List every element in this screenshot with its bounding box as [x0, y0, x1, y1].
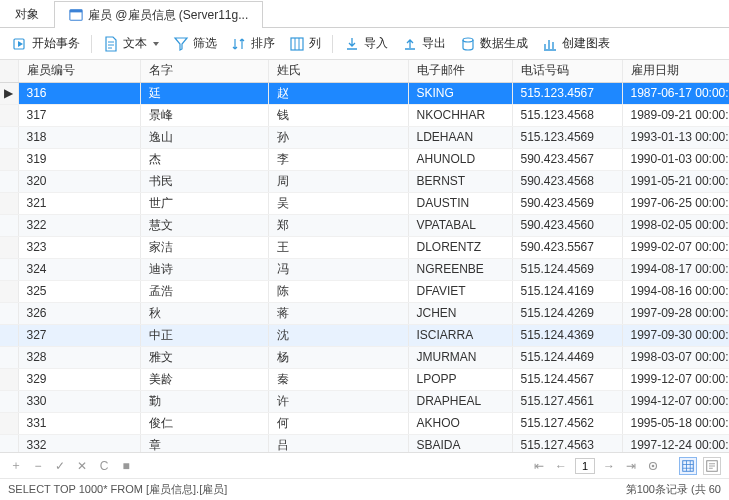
columns-button[interactable]: 列 — [283, 32, 327, 55]
row-marker[interactable] — [0, 192, 18, 214]
rowmark-header — [0, 60, 18, 82]
query-text: SELECT TOP 1000* FROM [雇员信息].[雇员] — [8, 482, 227, 497]
settings-icon[interactable] — [645, 458, 661, 474]
commit-button[interactable]: ✓ — [52, 458, 68, 474]
refresh-button[interactable]: C — [96, 458, 112, 474]
tab-employees[interactable]: 雇员 @雇员信息 (Server11g... — [54, 1, 263, 28]
toolbar: 开始事务 文本 筛选 排序 列 导入 导出 数据生成 创建图表 — [0, 28, 729, 60]
table-row[interactable]: 324迪诗冯NGREENBE515.124.45691994-08-17 00:… — [0, 258, 729, 280]
begin-transaction-button[interactable]: 开始事务 — [6, 32, 86, 55]
col-hd[interactable]: 雇用日期 — [622, 60, 729, 82]
table-row[interactable]: 331俊仁何AKHOO515.127.45621995-05-18 00:00:… — [0, 412, 729, 434]
first-page-button[interactable]: ⇤ — [531, 458, 547, 474]
col-id[interactable]: 雇员编号 — [18, 60, 140, 82]
tab-objects[interactable]: 对象 — [0, 0, 54, 27]
row-marker[interactable] — [0, 302, 18, 324]
table-row[interactable]: 317景峰钱NKOCHHAR515.123.45681989-09-21 00:… — [0, 104, 729, 126]
row-marker[interactable] — [0, 258, 18, 280]
delete-row-button[interactable]: − — [30, 458, 46, 474]
table-row[interactable]: 332章吕SBAIDA515.127.45631997-12-24 00:00:… — [0, 434, 729, 452]
svg-rect-7 — [683, 460, 694, 471]
col-fn[interactable]: 名字 — [140, 60, 268, 82]
table-row[interactable]: 323家洁王DLORENTZ590.423.55671999-02-07 00:… — [0, 236, 729, 258]
record-count: 第100条记录 (共 60 — [626, 482, 721, 497]
add-row-button[interactable]: ＋ — [8, 458, 24, 474]
chevron-down-icon — [153, 42, 159, 46]
row-marker[interactable] — [0, 368, 18, 390]
export-icon — [402, 36, 418, 52]
table-row[interactable]: 330勤许DRAPHEAL515.127.45611994-12-07 00:0… — [0, 390, 729, 412]
table-icon — [69, 8, 83, 22]
grid-footer: ＋ − ✓ ✕ C ■ ⇤ ← → ⇥ — [0, 452, 729, 478]
table-row[interactable]: 327中正沈ISCIARRA515.124.43691997-09-30 00:… — [0, 324, 729, 346]
import-icon — [344, 36, 360, 52]
table-row[interactable]: 328雅文杨JMURMAN515.124.44691998-03-07 00:0… — [0, 346, 729, 368]
form-view-button[interactable] — [703, 457, 721, 475]
datagen-button[interactable]: 数据生成 — [454, 32, 534, 55]
filter-button[interactable]: 筛选 — [167, 32, 223, 55]
prev-page-button[interactable]: ← — [553, 458, 569, 474]
col-ph[interactable]: 电话号码 — [512, 60, 622, 82]
tab-bar: 对象 雇员 @雇员信息 (Server11g... — [0, 0, 729, 28]
table-row[interactable]: 325孟浩陈DFAVIET515.124.41691994-08-16 00:0… — [0, 280, 729, 302]
sort-icon — [231, 36, 247, 52]
import-button[interactable]: 导入 — [338, 32, 394, 55]
data-grid[interactable]: 雇员编号 名字 姓氏 电子邮件 电话号码 雇用日期 ▶316廷赵SKING515… — [0, 60, 729, 452]
header-row: 雇员编号 名字 姓氏 电子邮件 电话号码 雇用日期 — [0, 60, 729, 82]
table-row[interactable]: 320书民周BERNST590.423.45681991-05-21 00:00… — [0, 170, 729, 192]
row-marker[interactable] — [0, 236, 18, 258]
row-marker[interactable] — [0, 214, 18, 236]
table-row[interactable]: ▶316廷赵SKING515.123.45671987-06-17 00:00:… — [0, 82, 729, 104]
row-marker[interactable] — [0, 280, 18, 302]
row-marker[interactable] — [0, 148, 18, 170]
chart-button[interactable]: 创建图表 — [536, 32, 616, 55]
grid-view-button[interactable] — [679, 457, 697, 475]
svg-rect-1 — [70, 10, 82, 13]
table-row[interactable]: 319杰李AHUNOLD590.423.45671990-01-03 00:00… — [0, 148, 729, 170]
row-marker[interactable] — [0, 346, 18, 368]
page-input[interactable] — [575, 458, 595, 474]
svg-point-6 — [652, 464, 655, 467]
database-icon — [460, 36, 476, 52]
text-button[interactable]: 文本 — [97, 32, 165, 55]
play-icon — [12, 36, 28, 52]
svg-rect-3 — [291, 38, 303, 50]
chart-icon — [542, 36, 558, 52]
row-marker[interactable] — [0, 390, 18, 412]
table-row[interactable]: 322慧文郑VPATABAL590.423.45601998-02-05 00:… — [0, 214, 729, 236]
row-marker[interactable] — [0, 126, 18, 148]
col-em[interactable]: 电子邮件 — [408, 60, 512, 82]
sort-button[interactable]: 排序 — [225, 32, 281, 55]
svg-point-4 — [463, 38, 473, 42]
table-row[interactable]: 326秋蒋JCHEN515.124.42691997-09-28 00:00:0… — [0, 302, 729, 324]
table-row[interactable]: 321世广吴DAUSTIN590.423.45691997-06-25 00:0… — [0, 192, 729, 214]
row-marker[interactable] — [0, 324, 18, 346]
row-marker[interactable] — [0, 104, 18, 126]
document-icon — [103, 36, 119, 52]
status-bar: SELECT TOP 1000* FROM [雇员信息].[雇员] 第100条记… — [0, 478, 729, 500]
export-button[interactable]: 导出 — [396, 32, 452, 55]
row-marker[interactable] — [0, 434, 18, 452]
row-marker[interactable] — [0, 412, 18, 434]
funnel-icon — [173, 36, 189, 52]
row-marker[interactable] — [0, 170, 18, 192]
row-marker[interactable]: ▶ — [0, 82, 18, 104]
columns-icon — [289, 36, 305, 52]
table-row[interactable]: 318逸山孙LDEHAAN515.123.45691993-01-13 00:0… — [0, 126, 729, 148]
cancel-button[interactable]: ✕ — [74, 458, 90, 474]
table-row[interactable]: 329美龄秦LPOPP515.124.45671999-12-07 00:00:… — [0, 368, 729, 390]
next-page-button[interactable]: → — [601, 458, 617, 474]
col-ln[interactable]: 姓氏 — [268, 60, 408, 82]
stop-button[interactable]: ■ — [118, 458, 134, 474]
last-page-button[interactable]: ⇥ — [623, 458, 639, 474]
